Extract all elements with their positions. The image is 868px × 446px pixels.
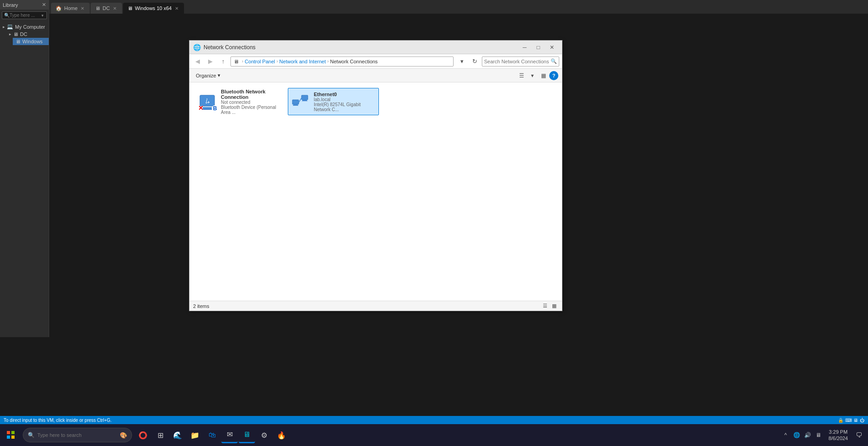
status-tiles-view-button[interactable]: ▦ <box>550 302 558 310</box>
network-items-list: ⭞ ✕ B Bluetooth Network Connection Not c… <box>193 86 558 117</box>
tray-network-icon[interactable]: 🌐 <box>792 431 801 440</box>
window-minimize-button[interactable]: ─ <box>518 43 531 52</box>
tray-expand-button[interactable]: ^ <box>781 431 790 440</box>
sidebar-windows-label: Windows <box>22 39 43 44</box>
svg-rect-8 <box>302 100 307 101</box>
tab-windows[interactable]: 🖥 Windows 10 x64 ✕ <box>123 3 184 14</box>
tabs-bar: 🏠 Home ✕ 🖥 DC ✕ 🖥 Windows 10 x64 ✕ <box>49 0 868 14</box>
taskbar-clock[interactable]: 3:29 PM 8/6/2024 <box>826 429 851 442</box>
sidebar-dc-label: DC <box>20 31 27 37</box>
search-icon[interactable]: 🔍 <box>551 58 557 64</box>
tab-windows-close[interactable]: ✕ <box>174 6 179 11</box>
search-input[interactable] <box>484 59 551 64</box>
sidebar-header: Library ✕ <box>0 0 49 10</box>
taskbar-task-view-button[interactable]: ⊞ <box>152 427 168 443</box>
ethernet-item-info: Ethernet0 lab.local Intel(R) 82574L Giga… <box>314 92 375 112</box>
taskbar-remote-button[interactable]: 🖥 <box>239 427 255 443</box>
svg-rect-5 <box>293 104 298 105</box>
items-count: 2 items <box>193 303 209 309</box>
sidebar: Library ✕ 🔍 ▾ ▸ 💻 My Computer ▸ 🖥 DC 🖥 W… <box>0 0 49 337</box>
svg-rect-1 <box>203 107 212 109</box>
svg-rect-7 <box>301 95 308 100</box>
view-tiles-button[interactable]: ▦ <box>538 71 548 81</box>
taskbar-store-button[interactable]: 🛍 <box>204 427 220 443</box>
sidebar-item-windows[interactable]: 🖥 Windows <box>13 38 49 45</box>
ethernet-item-name: Ethernet0 <box>314 92 375 97</box>
search-box[interactable]: 🔍 <box>482 56 559 67</box>
taskbar-search-box[interactable]: 🔍 🎨 <box>23 428 132 442</box>
bluetooth-connection-item[interactable]: ⭞ ✕ B Bluetooth Network Connection Not c… <box>195 88 286 115</box>
sidebar-title: Library <box>3 2 18 8</box>
taskbar-palette-button[interactable]: 🔥 <box>273 427 290 443</box>
tab-windows-icon: 🖥 <box>128 5 133 11</box>
sidebar-item-dc[interactable]: ▸ 🖥 DC <box>6 31 49 38</box>
address-dropdown-button[interactable]: ▾ <box>456 56 467 67</box>
view-buttons: ☰ ▾ ▦ ? <box>516 71 558 81</box>
vm-power-icon: ⏻ <box>860 418 864 423</box>
organize-chevron-icon: ▾ <box>218 72 220 78</box>
sidebar-close-icon[interactable]: ✕ <box>42 2 46 8</box>
address-bar: ◀ ▶ ↑ 🖥 › Control Panel › Network and In… <box>189 54 562 69</box>
window-maximize-button[interactable]: □ <box>532 43 545 52</box>
tray-speaker-icon[interactable]: 🔊 <box>803 431 812 440</box>
tab-windows-label: Windows 10 x64 <box>135 5 172 11</box>
breadcrumb-current: Network Connections <box>330 59 378 64</box>
start-button[interactable] <box>2 426 20 444</box>
vm-keyboard-icon: ⌨ <box>845 418 852 423</box>
taskbar-search-input[interactable] <box>37 432 117 438</box>
tab-dc-icon: 🖥 <box>95 5 100 11</box>
ethernet-connection-item[interactable]: Ethernet0 lab.local Intel(R) 82574L Giga… <box>288 88 379 115</box>
ethernet-item-icon <box>292 92 310 111</box>
sidebar-search-box[interactable]: 🔍 ▾ <box>2 11 47 19</box>
taskbar-search-icon: 🔍 <box>28 432 35 438</box>
monitor-icon-win: 🖥 <box>15 39 20 44</box>
sidebar-search-icon: 🔍 <box>4 13 10 18</box>
bluetooth-item-type: Bluetooth Device (Personal Area ... <box>221 105 282 115</box>
back-button[interactable]: ◀ <box>192 56 203 67</box>
vm-status-bar: To direct input to this VM, click inside… <box>0 416 868 424</box>
breadcrumb[interactable]: 🖥 › Control Panel › Network and Internet… <box>230 56 454 67</box>
network-connections-window: 🌐 Network Connections ─ □ ✕ ◀ ▶ ↑ 🖥 › Co… <box>189 40 562 311</box>
taskbar-cortana-button[interactable]: ⭕ <box>135 427 151 443</box>
taskbar-notification-button[interactable]: 🗨 <box>852 428 866 442</box>
tab-home-icon: 🏠 <box>56 5 62 11</box>
tab-home[interactable]: 🏠 Home ✕ <box>51 3 90 14</box>
status-list-view-button[interactable]: ☰ <box>541 302 549 310</box>
taskbar-explorer-button[interactable]: 📁 <box>187 427 203 443</box>
taskbar-edge-button[interactable]: 🌊 <box>169 427 186 443</box>
breadcrumb-control-panel[interactable]: Control Panel <box>245 59 275 64</box>
system-tray: ^ 🌐 🔊 🖥 <box>779 431 825 440</box>
sidebar-search-input[interactable] <box>10 13 41 18</box>
window-close-button[interactable]: ✕ <box>546 43 558 52</box>
tray-display-icon[interactable]: 🖥 <box>814 431 823 440</box>
toolbar: Organize ▾ ☰ ▾ ▦ ? <box>189 69 562 82</box>
tab-home-close[interactable]: ✕ <box>80 6 85 11</box>
refresh-button[interactable]: ↻ <box>469 56 480 67</box>
tab-home-label: Home <box>64 5 77 11</box>
forward-button[interactable]: ▶ <box>205 56 216 67</box>
disconnected-badge-icon: ✕ <box>198 104 204 112</box>
view-dropdown-button[interactable]: ▾ <box>527 71 537 81</box>
taskbar-time: 3:29 PM <box>829 429 848 435</box>
tab-dc-close[interactable]: ✕ <box>112 6 117 11</box>
taskbar-search-decoration: 🎨 <box>120 432 127 439</box>
taskbar-mail-button[interactable]: ✉ <box>221 427 238 443</box>
monitor-icon-dc: 🖥 <box>13 31 18 37</box>
sidebar-search-dropdown-icon[interactable]: ▾ <box>41 13 44 18</box>
bluetooth-item-status: Not connected <box>221 100 282 105</box>
sidebar-item-my-computer[interactable]: ▸ 💻 My Computer <box>0 23 49 31</box>
breadcrumb-network-internet[interactable]: Network and Internet <box>279 59 326 64</box>
window-titlebar: 🌐 Network Connections ─ □ ✕ <box>189 41 562 54</box>
view-details-button[interactable]: ☰ <box>516 71 526 81</box>
vm-status-text: To direct input to this VM, click inside… <box>4 418 112 423</box>
help-button[interactable]: ? <box>549 71 558 80</box>
organize-button[interactable]: Organize ▾ <box>193 71 223 80</box>
up-button[interactable]: ↑ <box>218 56 229 67</box>
tab-dc[interactable]: 🖥 DC ✕ <box>91 3 122 14</box>
organize-dropdown: Organize ▾ <box>193 71 223 80</box>
bluetooth-item-info: Bluetooth Network Connection Not connect… <box>221 89 282 115</box>
bluetooth-item-name: Bluetooth Network Connection <box>221 89 282 100</box>
svg-line-10 <box>299 98 301 103</box>
taskbar-settings-button[interactable]: ⚙ <box>256 427 272 443</box>
window-status-bar: 2 items ☰ ▦ <box>189 301 562 311</box>
